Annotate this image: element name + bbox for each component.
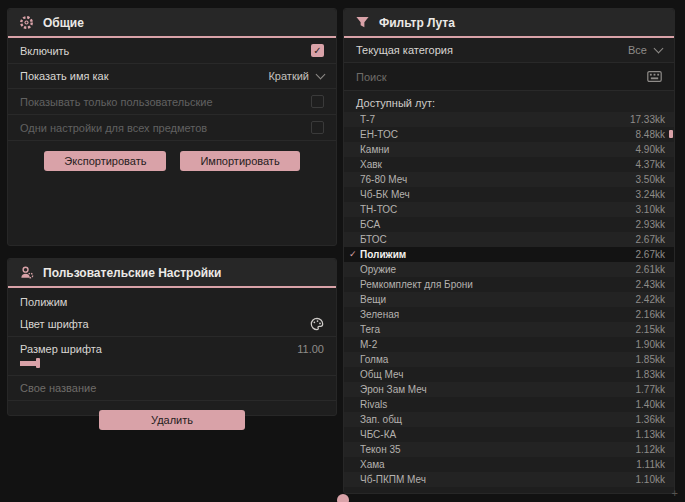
loot-row[interactable]: Вещи2.42kk [344,292,674,307]
loot-row[interactable]: ЕН-ТОС8.48kk [344,127,674,142]
loot-row[interactable]: БТОС2.67kk [344,232,674,247]
loot-filter-panel-header[interactable]: Фильтр Лута [344,9,674,38]
loot-item-name: БСА [360,219,636,230]
loot-row[interactable]: Эрон Зам Меч1.77kk [344,382,674,397]
scrollbar-thumb[interactable] [669,130,673,138]
loot-row[interactable]: 76-80 Меч3.50kk [344,172,674,187]
only-custom-row: Показывать только пользовательские [8,89,336,115]
loot-row[interactable]: ТН-ТОС3.10kk [344,202,674,217]
loot-filter-panel: Фильтр Лута Текущая категория Все [343,8,675,494]
check-icon: ✓ [349,250,360,259]
same-settings-label: Одни настройки для всех предметов [20,122,207,134]
only-custom-label: Показывать только пользовательские [20,96,213,108]
general-panel: Общие Включить ✓ Показать имя как Кратки… [7,8,337,246]
category-value: Все [628,44,647,56]
font-size-row: Размер шрифта 11.00 [8,337,336,357]
loot-row[interactable]: БСА2.93kk [344,217,674,232]
keyboard-icon[interactable] [647,69,662,84]
loot-row[interactable]: Ремкомплект для Брони2.43kk [344,277,674,292]
loot-item-value: 3.24kk [636,189,665,200]
font-color-row: Цвет шрифта [8,312,336,337]
user-settings-panel-header[interactable]: Пользовательские Настройки [8,259,336,288]
chevron-down-icon [654,44,664,54]
loot-item-name: Зап. общ [360,414,636,425]
font-size-slider[interactable] [8,357,336,376]
loot-item-name: ЕН-ТОС [360,129,636,140]
loot-item-name: Чб-БК Меч [360,189,636,200]
loot-item-name: Текон 35 [360,444,636,455]
export-import-row: Экспортировать Импортировать [8,141,336,179]
search-row [344,63,674,91]
loot-row[interactable]: Хама1.11kk [344,457,674,472]
loot-item-value: 1.85kk [636,354,665,365]
loot-item-value: 8.48kk [636,129,665,140]
loot-row[interactable]: Тега2.15kk [344,322,674,337]
loot-item-name: Эрон Зам Меч [360,384,636,395]
enable-row: Включить ✓ [8,38,336,64]
export-button[interactable]: Экспортировать [44,151,166,171]
loot-row[interactable]: Чб-БК Меч3.24kk [344,187,674,202]
funnel-icon [355,15,370,30]
slider-track[interactable] [20,358,324,368]
cursor-dot [337,494,349,502]
resize-grip-icon[interactable]: + [672,488,678,499]
delete-button[interactable]: Удалить [99,410,245,430]
loot-item-value: 17.33kk [630,114,665,125]
category-dropdown[interactable]: Все [628,44,662,56]
category-label: Текущая категория [356,44,453,56]
loot-item-name: 76-80 Меч [360,174,636,185]
show-name-value: Краткий [268,70,309,82]
loot-row[interactable]: Зап. общ1.36kk [344,412,674,427]
show-name-row: Показать имя как Краткий [8,64,336,89]
loot-item-value: 2.16kk [636,309,665,320]
loot-item-name: Общ Меч [360,369,636,380]
loot-item-value: 2.67kk [636,234,665,245]
check-icon: ✓ [313,46,321,56]
delete-row: Удалить [8,401,336,438]
loot-row[interactable]: Текон 351.12kk [344,442,674,457]
search-input[interactable] [356,71,647,83]
right-column: Фильтр Лута Текущая категория Все [343,8,675,494]
user-settings-icon [19,265,34,280]
loot-item-name: Хавк [360,159,636,170]
category-row: Текущая категория Все [344,38,674,63]
import-button[interactable]: Импортировать [180,151,299,171]
show-name-dropdown[interactable]: Краткий [268,70,324,82]
loot-row[interactable]: Т-717.33kk [344,112,674,127]
loot-item-value: 2.15kk [636,324,665,335]
loot-item-name: Ремкомплект для Брони [360,279,636,290]
gear-icon [19,15,34,30]
loot-row[interactable]: ✓Полижим2.67kk [344,247,674,262]
loot-item-value: 2.93kk [636,219,665,230]
loot-row[interactable]: Чб-ПКПМ Меч1.10kk [344,472,674,487]
loot-row[interactable]: Голма1.85kk [344,352,674,367]
slider-handle[interactable] [36,358,40,368]
loot-row[interactable]: Оружие2.61kk [344,262,674,277]
loot-item-value: 3.50kk [636,174,665,185]
loot-item-name: Хама [360,459,636,470]
general-panel-header[interactable]: Общие [8,9,336,38]
enable-checkbox[interactable]: ✓ [311,44,324,57]
loot-row[interactable]: Хавк4.37kk [344,157,674,172]
show-name-label: Показать имя как [20,70,109,82]
loot-row[interactable]: Rivals1.40kk [344,397,674,412]
loot-row[interactable]: ЧБС-КА1.13kk [344,427,674,442]
general-panel-title: Общие [43,16,84,30]
loot-row[interactable]: М-21.90kk [344,337,674,352]
loot-item-value: 4.90kk [636,144,665,155]
chevron-down-icon [316,70,326,80]
loot-item-name: ЧБС-КА [360,429,636,440]
enable-label: Включить [20,45,69,57]
slider-fill [20,361,36,366]
loot-item-name: Чб-ПКПМ Меч [360,474,636,485]
loot-row[interactable]: Общ Меч1.83kk [344,367,674,382]
loot-item-value: 1.77kk [636,384,665,395]
custom-name-input[interactable] [20,382,324,394]
palette-icon[interactable] [309,317,324,332]
same-settings-checkbox [311,121,324,134]
loot-row[interactable]: Камни4.90kk [344,142,674,157]
loot-row[interactable]: Зеленая2.16kk [344,307,674,322]
selected-item-name: Полижим [8,288,336,312]
font-color-label: Цвет шрифта [20,318,89,330]
loot-item-value: 1.83kk [636,369,665,380]
